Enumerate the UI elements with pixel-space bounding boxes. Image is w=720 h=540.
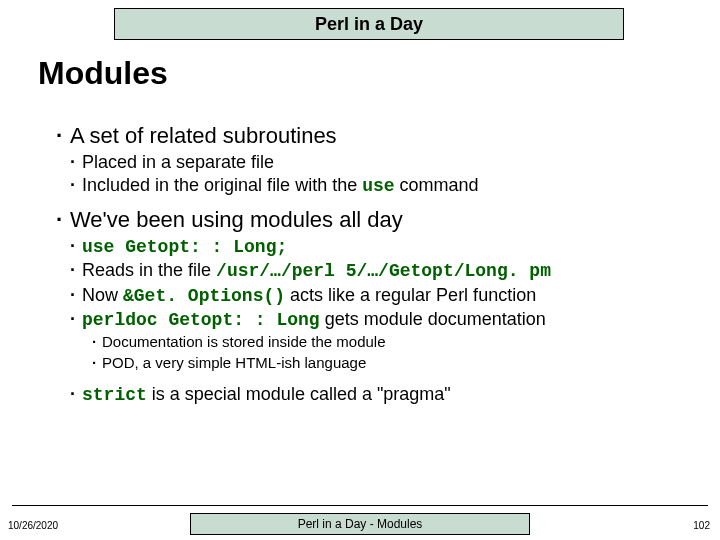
- bullet-2-sub-1: use Getopt: : Long;: [70, 235, 696, 259]
- bullet-2-sub-2-code: /usr/…/perl 5/…/Getopt/Long. pm: [216, 261, 551, 281]
- bullet-2-sub-4-code: perldoc Getopt: : Long: [82, 310, 320, 330]
- bullet-2-sub-4-sub-1-text: Documentation is stored inside the modul…: [102, 333, 386, 350]
- bullet-1-sub-1: Placed in a separate file: [70, 151, 696, 174]
- bullet-2-sub-2a: Reads in the file: [82, 260, 216, 280]
- bullet-1-text: A set of related subroutines: [70, 123, 337, 148]
- bullet-3-code: strict: [82, 385, 147, 405]
- bullet-2-sub-4b: gets module documentation: [320, 309, 546, 329]
- footer-date: 10/26/2020: [8, 520, 58, 531]
- footer-center-text: Perl in a Day - Modules: [298, 517, 423, 531]
- bullet-2-sub-1-code: use Getopt: : Long;: [82, 237, 287, 257]
- bullet-2-sub-4-sub-1: Documentation is stored inside the modul…: [92, 332, 696, 352]
- bullet-1-sub-1-text: Placed in a separate file: [82, 152, 274, 172]
- bullet-2-sub-3a: Now: [82, 285, 123, 305]
- header-box: Perl in a Day: [114, 8, 624, 40]
- bullet-2-sub-4: perldoc Getopt: : Long gets module docum…: [70, 308, 696, 332]
- footer-divider: [12, 505, 708, 506]
- footer-page-number: 102: [693, 520, 710, 531]
- bullet-1-sub-2b: command: [395, 175, 479, 195]
- slide-title: Modules: [38, 55, 168, 92]
- footer-center-box: Perl in a Day - Modules: [190, 513, 530, 535]
- bullet-2-sub-3-code: &Get. Options(): [123, 286, 285, 306]
- bullet-1-sub-2a: Included in the original file with the: [82, 175, 362, 195]
- bullet-1-sub-2: Included in the original file with the u…: [70, 174, 696, 198]
- bullet-3-text: is a special module called a "pragma": [147, 384, 451, 404]
- bullet-1-sub-2-code: use: [362, 176, 394, 196]
- bullet-2-text: We've been using modules all day: [70, 207, 403, 232]
- slide-content: A set of related subroutines Placed in a…: [56, 115, 696, 407]
- bullet-2-sub-4-sub-2: POD, a very simple HTML-ish language: [92, 353, 696, 373]
- bullet-2-sub-3: Now &Get. Options() acts like a regular …: [70, 284, 696, 308]
- header-title: Perl in a Day: [315, 14, 423, 35]
- bullet-2: We've been using modules all day: [56, 207, 696, 233]
- bullet-2-sub-2: Reads in the file /usr/…/perl 5/…/Getopt…: [70, 259, 696, 283]
- bullet-1: A set of related subroutines: [56, 123, 696, 149]
- bullet-2-sub-3b: acts like a regular Perl function: [285, 285, 536, 305]
- bullet-3: strict is a special module called a "pra…: [70, 383, 696, 407]
- bullet-2-sub-4-sub-2-text: POD, a very simple HTML-ish language: [102, 354, 366, 371]
